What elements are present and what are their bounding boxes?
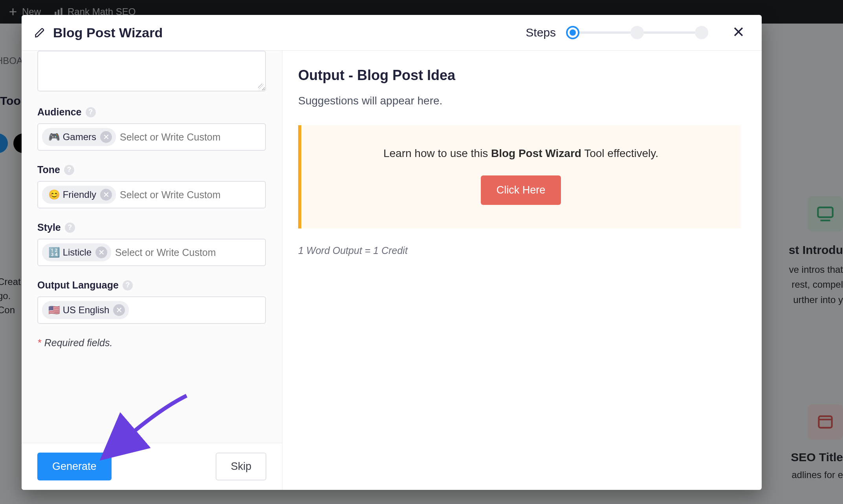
close-button[interactable] [729, 23, 748, 42]
topic-textarea[interactable] [37, 51, 266, 91]
audience-field: Audience ? 🎮 Gamers ✕ [37, 106, 266, 151]
click-here-button[interactable]: Click Here [481, 175, 561, 205]
close-icon [732, 25, 745, 38]
language-help-icon[interactable]: ? [123, 280, 133, 290]
modal-header: Blog Post Wizard Steps [22, 15, 762, 51]
callout-text: Learn how to use this Blog Post Wizard T… [313, 147, 729, 160]
audience-tag-remove[interactable]: ✕ [100, 131, 112, 143]
style-input[interactable]: 🔢 Listicle ✕ [37, 239, 266, 266]
language-tag-text: 🇺🇸 US English [48, 305, 109, 316]
language-tag-us-english: 🇺🇸 US English ✕ [42, 301, 129, 319]
style-label: Style [37, 222, 61, 233]
required-note: *Required fields. [37, 337, 266, 349]
language-field: Output Language ? 🇺🇸 US English ✕ [37, 279, 266, 324]
tone-label: Tone [37, 164, 60, 175]
language-input[interactable]: 🇺🇸 US English ✕ [37, 296, 266, 324]
tone-input[interactable]: 😊 Friendly ✕ [37, 181, 266, 208]
audience-help-icon[interactable]: ? [86, 107, 96, 117]
audience-tag-gamers: 🎮 Gamers ✕ [42, 128, 116, 146]
tone-tag-friendly: 😊 Friendly ✕ [42, 186, 116, 204]
audience-tag-text: 🎮 Gamers [48, 131, 96, 142]
steps-label: Steps [526, 26, 556, 39]
form-panel: Audience ? 🎮 Gamers ✕ Tone ? [22, 51, 282, 490]
output-placeholder: Suggestions will appear here. [298, 95, 740, 107]
language-tag-remove[interactable]: ✕ [113, 304, 125, 316]
step-line-2 [644, 31, 695, 34]
generate-button[interactable]: Generate [37, 453, 112, 480]
required-asterisk: * [37, 337, 41, 348]
step-line-1 [579, 31, 630, 34]
modal-title: Blog Post Wizard [53, 25, 163, 40]
output-title: Output - Blog Post Idea [298, 67, 740, 84]
pencil-icon [34, 27, 46, 38]
style-help-icon[interactable]: ? [65, 223, 75, 233]
style-tag-text: 🔢 Listicle [48, 247, 92, 258]
step-dot-3[interactable] [695, 26, 708, 39]
step-dot-1[interactable] [566, 26, 579, 39]
style-field: Style ? 🔢 Listicle ✕ [37, 222, 266, 266]
style-text-input[interactable] [115, 247, 261, 258]
audience-label: Audience [37, 106, 82, 118]
tone-tag-remove[interactable]: ✕ [100, 189, 112, 201]
audience-text-input[interactable] [120, 131, 261, 143]
steps-indicator: Steps [526, 26, 708, 39]
audience-input[interactable]: 🎮 Gamers ✕ [37, 123, 266, 151]
tone-tag-text: 😊 Friendly [48, 189, 96, 200]
step-dot-2[interactable] [630, 26, 644, 39]
learn-callout: Learn how to use this Blog Post Wizard T… [298, 125, 740, 228]
form-footer: Generate Skip [22, 443, 282, 490]
language-label: Output Language [37, 279, 119, 291]
tone-text-input[interactable] [120, 189, 261, 201]
credit-note: 1 Word Output = 1 Credit [298, 245, 740, 256]
output-panel: Output - Blog Post Idea Suggestions will… [282, 51, 762, 490]
tone-field: Tone ? 😊 Friendly ✕ [37, 164, 266, 208]
tone-help-icon[interactable]: ? [64, 165, 74, 175]
style-tag-listicle: 🔢 Listicle ✕ [42, 243, 111, 261]
blog-post-wizard-modal: Blog Post Wizard Steps [22, 15, 762, 490]
skip-button[interactable]: Skip [216, 453, 266, 480]
style-tag-remove[interactable]: ✕ [95, 247, 107, 258]
